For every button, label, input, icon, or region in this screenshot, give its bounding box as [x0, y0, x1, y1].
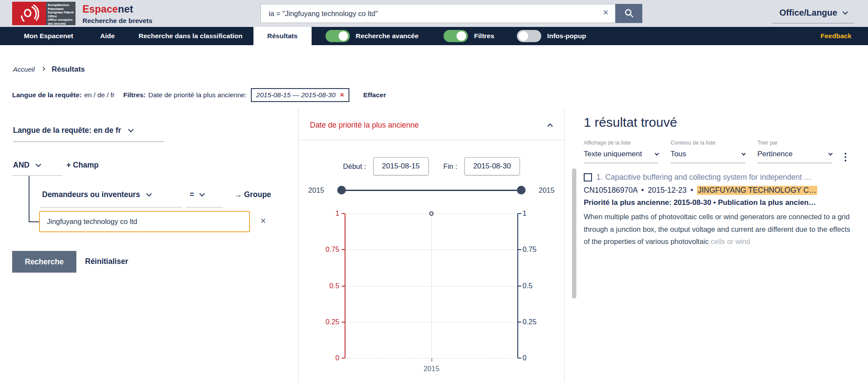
publication-number[interactable]: CN105186970A: [584, 186, 638, 194]
slider-max-label: 2015: [539, 186, 555, 194]
breadcrumb-home[interactable]: Accueil: [13, 66, 35, 73]
sort-by-dropdown[interactable]: Trier par Pertinence: [757, 140, 832, 163]
slider-handle-max[interactable]: [517, 186, 526, 194]
chevron-down-icon: [36, 161, 41, 167]
y-tick-label-right: 0.5: [523, 282, 542, 290]
toggle-filtres[interactable]: Filtres: [444, 30, 494, 42]
toggle-switch-on[interactable]: [444, 30, 468, 42]
comparator-dropdown[interactable]: =: [190, 190, 204, 199]
espacenet-results-page: Europäisches Patentamt European Patent O…: [0, 0, 868, 382]
page-title: Espacenet: [82, 3, 152, 15]
epo-spiral-icon: [12, 2, 46, 25]
y-tick-label-left: 0.75: [320, 245, 339, 254]
divider: [186, 207, 223, 207]
query-language-dropdown[interactable]: Langue de la requête: en de fr: [13, 126, 164, 142]
nav-aide[interactable]: Aide: [100, 32, 115, 40]
field-clear-icon[interactable]: ×: [260, 215, 266, 227]
start-date-label: Début :: [343, 162, 366, 171]
chevron-down-icon: [146, 191, 152, 197]
search-field-dropdown[interactable]: Demandeurs ou inventeurs: [42, 190, 151, 199]
data-point-marker[interactable]: [429, 211, 434, 216]
result-number: 1.: [596, 173, 603, 182]
x-tick-label: 2015: [424, 365, 440, 373]
y-tick-label-left: 1: [320, 209, 339, 217]
x-tick-mark: [431, 359, 432, 362]
header: Europäisches Patentamt European Patent O…: [0, 0, 868, 27]
start-date-input[interactable]: 2015-08-15: [373, 157, 429, 175]
group-button[interactable]: → Groupe: [234, 190, 271, 199]
result-meta: CN105186970A • 2015-12-23 • JINGFUYANG T…: [584, 186, 858, 195]
priority-publication-line: Priorité la plus ancienne: 2015-08-30 • …: [584, 198, 858, 207]
office-language-label: Office/Langue: [779, 8, 837, 18]
filter-panel-title: Date de priorité la plus ancienne: [310, 121, 419, 130]
divider: [40, 207, 182, 207]
brand: Espacenet Recherche de brevets: [82, 3, 152, 25]
epo-logo[interactable]: Europäisches Patentamt European Patent O…: [12, 2, 76, 25]
query-language-label: Langue de la requête:: [12, 91, 82, 99]
global-search: ×: [260, 4, 642, 23]
priority-date-filter-panel: Date de priorité la plus ancienne Début …: [298, 109, 565, 382]
search-button[interactable]: [615, 4, 642, 23]
toggle-recherche-avancee[interactable]: Recherche avancée: [326, 30, 419, 42]
divider: [12, 175, 62, 176]
active-filters-bar: Langue de la requête: en / de / fr Filtr…: [12, 88, 386, 102]
slider-track[interactable]: [337, 186, 526, 194]
result-item: 1. Capacitive buffering and collecting s…: [584, 173, 858, 248]
main-nav: Mon Espacenet Aide Recherche dans la cla…: [0, 27, 868, 45]
y-tick-label-left: 0.25: [320, 318, 339, 326]
chevron-down-icon: [842, 9, 848, 15]
results-count-title: 1 résultat trouvé: [584, 115, 677, 130]
y-tick-label-right: 1: [523, 209, 542, 217]
toggle-infos-popup[interactable]: Infos-popup: [517, 30, 586, 42]
date-filter-value: 2015-08-15 — 2015-08-30: [256, 91, 335, 99]
epo-office-names: Europäisches Patentamt European Patent O…: [46, 2, 76, 25]
tab-resultats[interactable]: Résultats: [253, 27, 312, 45]
magnifier-icon: [624, 8, 634, 20]
vertical-gridline: [431, 214, 432, 358]
tree-connector: [29, 176, 30, 222]
priority-date-chart: 1 1 0.75 0.75 0.5 0.5 0.25 0.25 0 0: [345, 214, 518, 358]
nav-mon-espacenet[interactable]: Mon Espacenet: [24, 32, 73, 40]
add-field-button[interactable]: + Champ: [66, 161, 99, 170]
date-range-inputs: Début : 2015-08-15 Fin : 2015-08-30: [299, 157, 564, 175]
search-clear-icon[interactable]: ×: [603, 7, 608, 18]
y-tick-label-left: 0.5: [320, 282, 339, 290]
clear-filters-button[interactable]: Effacer: [363, 91, 386, 99]
end-date-input[interactable]: 2015-08-30: [464, 157, 520, 175]
remove-filter-icon[interactable]: ×: [340, 91, 344, 99]
list-display-dropdown[interactable]: Affichage de la liste Texte uniquement: [584, 140, 658, 163]
breadcrumb-current: Résultats: [52, 65, 85, 74]
nav-classification[interactable]: Recherche dans la classification: [138, 32, 243, 40]
toggle-switch-off[interactable]: [517, 30, 541, 42]
office-language-selector[interactable]: Office/Langue: [773, 8, 854, 23]
applicant-highlighted: JINGFUYANG TECHNOLOGY C…: [697, 186, 817, 195]
result-checkbox[interactable]: [584, 173, 592, 181]
field-value-input[interactable]: [39, 211, 250, 232]
collapse-chevron-icon[interactable]: [547, 123, 553, 129]
feedback-link[interactable]: Feedback: [820, 32, 852, 40]
reset-button[interactable]: Réinitialiser: [85, 257, 128, 266]
toggle-switch-on[interactable]: [326, 30, 350, 42]
y-tick-label-left: 0: [320, 354, 339, 362]
list-content-dropdown[interactable]: Contenu de la liste Tous: [671, 140, 745, 163]
more-options-icon[interactable]: [845, 153, 846, 161]
brand-subtitle: Recherche de brevets: [82, 17, 152, 25]
tree-connector: [29, 221, 39, 222]
search-input[interactable]: [260, 4, 615, 23]
results-scrollbar[interactable]: [572, 168, 576, 299]
result-title-link[interactable]: Capacitive buffering and collecting syst…: [605, 173, 812, 182]
divider: [299, 140, 564, 140]
chevron-down-icon: [829, 151, 833, 155]
operator-dropdown[interactable]: AND: [13, 161, 40, 170]
query-language-value: en / de / fr: [84, 91, 115, 99]
operator-row: AND + Champ: [13, 161, 99, 170]
result-abstract: When multiple paths of photovoltaic cell…: [584, 211, 858, 248]
y-tick-label-right: 0.75: [523, 245, 542, 254]
slider-handle-min[interactable]: [337, 186, 346, 194]
chevron-down-icon: [199, 191, 205, 197]
recherche-button[interactable]: Recherche: [12, 251, 76, 273]
publication-date: 2015-12-23: [648, 186, 687, 194]
y-tick-label-right: 0: [523, 354, 542, 362]
date-filter-chip: 2015-08-15 — 2015-08-30 ×: [251, 88, 349, 102]
slider-min-label: 2015: [308, 186, 324, 194]
